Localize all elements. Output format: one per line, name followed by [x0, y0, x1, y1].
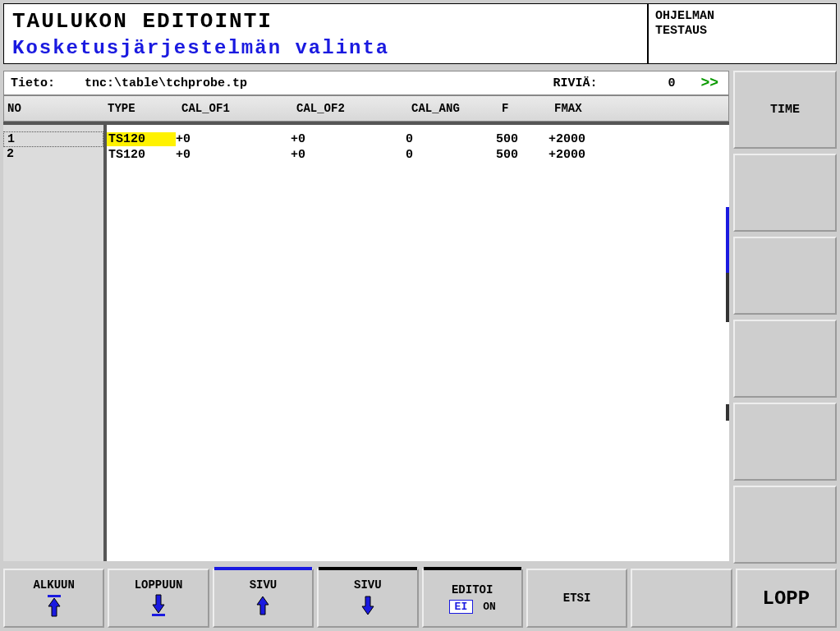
- cell-cal-ang[interactable]: 0: [406, 132, 496, 146]
- arrow-down-icon: [359, 593, 377, 618]
- softkey-end[interactable]: LOPPUUN: [108, 569, 209, 628]
- arrow-up-stop-icon: [45, 593, 63, 618]
- info-bar: Tieto: tnc:\table\tchprobe.tp RIVIÄ: 0 >…: [3, 71, 729, 95]
- softkey-begin[interactable]: ALKUUN: [3, 569, 104, 628]
- svg-rect-3: [152, 614, 165, 616]
- svg-marker-1: [48, 598, 60, 616]
- softkey-time[interactable]: TIME: [733, 71, 837, 149]
- row-number[interactable]: 1: [3, 131, 103, 147]
- softkey-search[interactable]: ETSI: [526, 569, 627, 628]
- cell-cal-of2[interactable]: +0: [291, 148, 406, 162]
- mode-panel: OHJELMAN TESTAUS: [648, 3, 837, 64]
- cell-f[interactable]: 500: [496, 148, 549, 162]
- rows-label: RIVIÄ:: [553, 76, 668, 90]
- softkey-label: LOPPUUN: [135, 578, 183, 592]
- mode-line2: TESTAUS: [655, 24, 829, 39]
- softkey-empty[interactable]: [733, 486, 837, 564]
- edit-off-option[interactable]: EI: [449, 600, 474, 614]
- col-f: F: [502, 102, 554, 115]
- arrow-up-icon: [254, 593, 272, 618]
- col-type: TYPE: [108, 102, 181, 115]
- right-softkey-column: TIME: [733, 71, 837, 564]
- more-columns-icon[interactable]: >>: [700, 75, 722, 91]
- softkey-quit[interactable]: LOPP: [736, 569, 837, 628]
- cell-f[interactable]: 500: [496, 132, 549, 146]
- svg-rect-0: [48, 595, 61, 597]
- softkey-label: ETSI: [563, 592, 591, 605]
- softkey-label: ALKUUN: [33, 578, 74, 592]
- file-path: tnc:\table\tchprobe.tp: [85, 76, 553, 90]
- mode-line1: OHJELMAN: [655, 9, 829, 24]
- rows-value: 0: [668, 76, 700, 90]
- edit-on-option[interactable]: ON: [483, 601, 496, 613]
- svg-marker-2: [153, 595, 164, 613]
- cell-type[interactable]: TS120: [107, 148, 176, 162]
- softkey-label: LOPP: [763, 587, 810, 610]
- scrollbar-track[interactable]: [726, 273, 729, 322]
- table-row[interactable]: TS120 +0 +0 0 500 +2000: [107, 131, 729, 147]
- softkey-empty[interactable]: [631, 569, 732, 628]
- svg-marker-4: [257, 596, 269, 615]
- cell-type[interactable]: TS120: [107, 132, 176, 146]
- col-cal-of1: CAL_OF1: [181, 102, 296, 115]
- cell-cal-of1[interactable]: +0: [176, 148, 291, 162]
- softkey-empty[interactable]: [733, 154, 837, 232]
- softkey-edit-toggle[interactable]: EDITOI EI ON: [422, 569, 523, 628]
- softkey-empty[interactable]: [733, 403, 837, 481]
- softkey-label: SIVU: [354, 578, 382, 592]
- col-no: NO: [6, 102, 108, 115]
- col-fmax: FMAX: [554, 102, 653, 115]
- row-number-column: 1 2: [3, 125, 107, 561]
- info-label: Tieto:: [11, 76, 85, 90]
- cell-cal-of1[interactable]: +0: [176, 132, 291, 146]
- table-body[interactable]: 1 2 TS120 +0 +0 0 500 +2000 TS120 +0 +0 …: [3, 122, 729, 561]
- col-cal-of2: CAL_OF2: [296, 102, 411, 115]
- cell-cal-of2[interactable]: +0: [291, 132, 406, 146]
- title-panel: TAULUKON EDITOINTI Kosketusjärjestelmän …: [3, 3, 648, 64]
- cell-cal-ang[interactable]: 0: [406, 148, 496, 162]
- title-main: TAULUKON EDITOINTI: [12, 9, 639, 34]
- scrollbar-indicator[interactable]: [726, 207, 729, 273]
- arrow-down-stop-icon: [149, 593, 168, 618]
- bottom-softkey-row: ALKUUN LOPPUUN SIVU SIVU EDITOI EI ON: [3, 569, 837, 628]
- row-number[interactable]: 2: [3, 147, 103, 163]
- softkey-label: EDITOI: [452, 583, 493, 596]
- softkey-empty[interactable]: [733, 320, 837, 398]
- table-row[interactable]: TS120 +0 +0 0 500 +2000: [107, 147, 729, 163]
- softkey-page-up[interactable]: SIVU: [213, 569, 314, 628]
- cell-fmax[interactable]: +2000: [549, 132, 647, 146]
- header-bar: TAULUKON EDITOINTI Kosketusjärjestelmän …: [3, 3, 837, 64]
- softkey-page-down[interactable]: SIVU: [317, 569, 418, 628]
- cell-fmax[interactable]: +2000: [549, 148, 647, 162]
- col-cal-ang: CAL_ANG: [411, 102, 502, 115]
- softkey-label: SIVU: [250, 578, 278, 592]
- column-header-row: NO TYPE CAL_OF1 CAL_OF2 CAL_ANG F FMAX: [3, 95, 729, 122]
- svg-marker-5: [362, 596, 374, 615]
- softkey-empty[interactable]: [733, 237, 837, 315]
- scrollbar-track[interactable]: [726, 404, 729, 421]
- data-column: TS120 +0 +0 0 500 +2000 TS120 +0 +0 0 50…: [107, 125, 729, 561]
- softkey-label: TIME: [770, 103, 800, 117]
- title-sub: Kosketusjärjestelmän valinta: [12, 37, 639, 59]
